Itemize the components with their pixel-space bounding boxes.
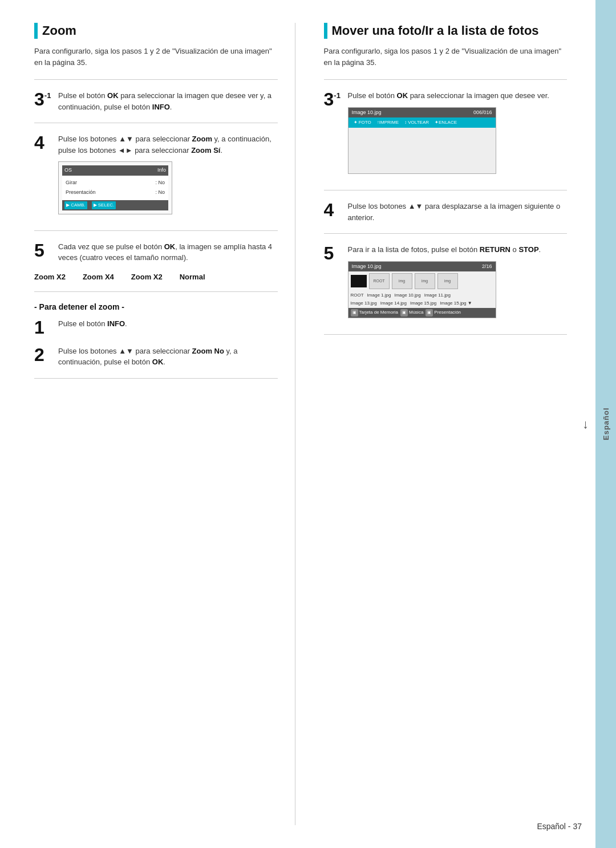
step4-number: 4 bbox=[34, 133, 44, 152]
left-step5: 5 Cada vez que se pulse el botón OK, la … bbox=[34, 241, 278, 263]
filelist-filename: Image 10.jpg bbox=[352, 263, 382, 271]
zoom-x2-label: Zoom X2 bbox=[34, 273, 66, 281]
info-screen-header: Image 10.jpg 006/016 bbox=[348, 108, 496, 118]
right-section-title: Mover una foto/Ir a la lista de fotos bbox=[324, 23, 568, 39]
thumb-black bbox=[351, 275, 367, 287]
file-img14: Image 14.jpg bbox=[380, 300, 407, 307]
left-intro: Para configurarlo, siga los pasos 1 y 2 … bbox=[34, 46, 278, 68]
left-title: Zoom bbox=[42, 23, 76, 38]
menu-item-pres-value: : No bbox=[155, 189, 165, 197]
zoom-x2b-label: Zoom X2 bbox=[131, 273, 163, 281]
info-screen-nav: ✦ FOTO ↑IMPRIME ↕ VOLTEAR ✦ENLACE bbox=[348, 117, 496, 128]
right-title-bar-icon bbox=[324, 23, 327, 39]
screen-menu: Girar : No Presentación : No bbox=[62, 176, 168, 200]
menu-item-girar: Girar : No bbox=[66, 178, 165, 188]
screen-header-left: OS bbox=[64, 167, 72, 175]
title-bar-icon bbox=[34, 23, 38, 39]
file-root: ROOT bbox=[351, 292, 364, 299]
menu-item-pres-label: Presentación bbox=[66, 189, 96, 197]
step3-number: 3 bbox=[34, 90, 44, 108]
step5-content: Cada vez que se pulse el botón OK, la im… bbox=[58, 241, 278, 263]
nav-voltear: ↕ VOLTEAR bbox=[403, 119, 431, 127]
file-img10: Image 10.jpg bbox=[394, 292, 420, 299]
filelist-count: 2/16 bbox=[482, 263, 492, 271]
info-screen-filename: Image 10.jpg bbox=[352, 109, 382, 117]
filelist-footer: ▣ Tarjeta de Memoria ▣ Música ▣ Presenta… bbox=[348, 308, 496, 318]
menu-item-presentacion: Presentación : No bbox=[66, 188, 165, 198]
nav-foto: ✦ FOTO bbox=[352, 119, 373, 127]
divider-4 bbox=[34, 291, 278, 292]
filelist-header: Image 10.jpg 2/16 bbox=[348, 262, 496, 272]
screen-header: OS Info bbox=[62, 165, 168, 176]
right-divider-2 bbox=[324, 190, 568, 190]
right-step4-content: Pulse los botones ▲▼ para desplazarse a … bbox=[348, 201, 568, 223]
det-step2-number: 2 bbox=[34, 346, 44, 364]
menu-item-girar-label: Girar bbox=[66, 179, 77, 187]
footer-presentacion: ▣ Presentación bbox=[425, 309, 461, 317]
main-content: Zoom Para configurarlo, siga los pasos 1… bbox=[0, 0, 595, 848]
step4-content: Pulse los botones ▲▼ para seleccionar Zo… bbox=[58, 133, 278, 220]
right-column: Mover una foto/Ir a la lista de fotos Pa… bbox=[318, 23, 568, 825]
nav-imprime: ↑IMPRIME bbox=[375, 119, 400, 127]
filelist-row1: ROOT img img img bbox=[348, 271, 496, 291]
right-step4-number-wrapper: 4 bbox=[324, 201, 342, 219]
two-columns: Zoom Para configurarlo, siga los pasos 1… bbox=[34, 23, 567, 825]
right-step5: 5 Para ir a la lista de fotos, pulse el … bbox=[324, 244, 568, 324]
footer-memory: ▣ Tarjeta de Memoria bbox=[351, 309, 398, 317]
file-img13: Image 13.jpg bbox=[351, 300, 377, 307]
right-step4: 4 Pulse los botones ▲▼ para desplazarse … bbox=[324, 201, 568, 223]
right-divider-4 bbox=[324, 334, 568, 335]
info-screen-body bbox=[348, 128, 496, 173]
det-step1: 1 Pulse el botón INFO. bbox=[34, 318, 278, 336]
info-screen-mock: Image 10.jpg 006/016 ✦ FOTO ↑IMPRIME ↕ V… bbox=[348, 107, 496, 175]
screen-footer: ▶ CAMB. ▶ SELEC. bbox=[62, 200, 168, 210]
right-intro: Para configurarlo, siga los pasos 1 y 2 … bbox=[324, 46, 568, 68]
step4-number-wrapper: 4 bbox=[34, 133, 52, 152]
left-column: Zoom Para configurarlo, siga los pasos 1… bbox=[34, 23, 295, 825]
footer-musica: ▣ Música bbox=[400, 309, 423, 317]
right-step5-content: Para ir a la lista de fotos, pulse el bo… bbox=[348, 244, 568, 324]
det-step2-number-wrapper: 2 bbox=[34, 346, 52, 364]
det-step2: 2 Pulse los botones ▲▼ para seleccionar … bbox=[34, 346, 278, 368]
left-step4: 4 Pulse los botones ▲▼ para seleccionar … bbox=[34, 133, 278, 220]
info-screen-count: 006/016 bbox=[473, 109, 492, 117]
thumb-img1: img bbox=[392, 273, 412, 289]
down-arrow-icon: ↓ bbox=[582, 417, 589, 432]
file-img15b: Image 15.jpg ▼ bbox=[440, 300, 472, 307]
right-step3-sup: -1 bbox=[334, 91, 341, 100]
right-step4-number: 4 bbox=[324, 201, 334, 219]
det-step1-content: Pulse el botón INFO. bbox=[58, 318, 278, 330]
divider-1 bbox=[34, 79, 278, 80]
zoom-screen-mock: OS Info Girar : No Presentación bbox=[58, 161, 172, 214]
right-title: Mover una foto/Ir a la lista de fotos bbox=[332, 23, 539, 38]
right-divider-3 bbox=[324, 233, 568, 234]
det-step1-number: 1 bbox=[34, 318, 44, 336]
left-section-title: Zoom bbox=[34, 23, 278, 39]
file-img15: Image 15.jpg bbox=[410, 300, 436, 307]
right-step5-number: 5 bbox=[324, 244, 334, 262]
file-img1: Image 1.jpg bbox=[367, 292, 391, 299]
screen-header-right: Info bbox=[157, 167, 166, 175]
side-tab: Español bbox=[595, 0, 616, 848]
step3-sup: -1 bbox=[44, 91, 51, 100]
divider-5 bbox=[34, 378, 278, 379]
zoom-labels: Zoom X2 Zoom X4 Zoom X2 Normal bbox=[34, 273, 278, 281]
zoom-x4-label: Zoom X4 bbox=[83, 273, 114, 281]
para-detener-title: - Para detener el zoom - bbox=[34, 302, 278, 311]
nav-enlace: ✦ENLACE bbox=[433, 119, 459, 127]
right-step5-number-wrapper: 5 bbox=[324, 244, 342, 262]
right-step3: 3 -1 Pulse el botón OK para seleccionar … bbox=[324, 90, 568, 180]
right-step3-number: 3 bbox=[324, 90, 334, 108]
divider-2 bbox=[34, 123, 278, 123]
step5-number: 5 bbox=[34, 241, 44, 259]
right-step3-content: Pulse el botón OK para seleccionar la im… bbox=[348, 90, 568, 180]
step3-content: Pulse el botón OK para seleccionar la im… bbox=[58, 90, 278, 112]
divider-3 bbox=[34, 230, 278, 231]
page-footer: Español - 37 bbox=[537, 822, 582, 831]
screen-footer-selec: ▶ SELEC. bbox=[92, 201, 116, 209]
thumb-root: ROOT bbox=[369, 273, 390, 289]
filelist-names1: ROOT Image 1.jpg Image 10.jpg Image 11.j… bbox=[348, 291, 496, 300]
btn-pres: ▣ bbox=[425, 309, 433, 317]
left-step3: 3 -1 Pulse el botón OK para seleccionar … bbox=[34, 90, 278, 112]
det-step1-number-wrapper: 1 bbox=[34, 318, 52, 336]
